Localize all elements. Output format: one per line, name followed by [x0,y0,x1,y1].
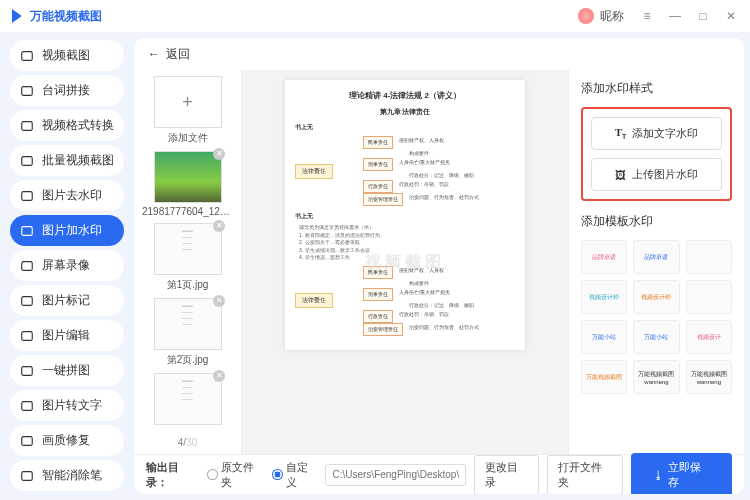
user-area[interactable]: 昵称 [578,8,624,25]
watermark-add-group: TT 添加文字水印 🖼 上传图片水印 [581,107,732,201]
menu-button[interactable]: ≡ [640,9,654,23]
open-folder-button[interactable]: 打开文件夹 [547,455,622,495]
thumbnail[interactable]: ═══─────────✕第2页.jpg [142,298,233,367]
tree-row: 行政处分：记过、降级、撤职 [363,301,479,310]
video-icon [20,49,34,63]
upload-image-watermark-button[interactable]: 🖼 上传图片水印 [591,158,722,191]
maximize-button[interactable]: □ [696,9,710,23]
tree-row: 治安管理责任治安问题、行为危害、处罚方式 [363,323,479,336]
sidebar-item-puzzle[interactable]: 一键拼图 [10,355,124,386]
sidebar-item-erase[interactable]: 智能消除笔 [10,460,124,491]
watermark-template[interactable]: 品牌承诺 [581,240,627,274]
avatar [578,8,594,24]
footer: 输出目录： 原文件夹 自定义 更改目录 打开文件夹 ⭳ 立即保存 [134,454,744,494]
svg-rect-11 [22,436,33,445]
sidebar-item-ocr[interactable]: 图片转文字 [10,390,124,421]
sidebar-item-label: 台词拼接 [42,82,90,99]
remove-wm-icon [20,189,34,203]
sidebar-item-label: 批量视频截图 [42,152,114,169]
svg-rect-0 [22,51,33,60]
svg-rect-1 [22,86,33,95]
thumbnail[interactable]: ═══─────────✕第1页.jpg [142,223,233,292]
watermark-template[interactable]: 品牌承诺 [633,240,679,274]
add-wm-icon [20,224,34,238]
user-label: 昵称 [600,8,624,25]
output-label: 输出目录： [146,460,199,490]
back-label[interactable]: 返回 [166,46,190,63]
watermark-template[interactable]: 万能小站 [581,320,627,354]
sidebar-item-label: 视频格式转换 [42,117,114,134]
watermark-template[interactable]: 视频设计师 [581,280,627,314]
merge-icon [20,84,34,98]
tree-row: 刑事责任人身伤亡/重大财产损失 [363,158,479,171]
sidebar-item-label: 视频截图 [42,47,90,64]
sidebar-item-convert[interactable]: 视频格式转换 [10,110,124,141]
watermark-template[interactable]: 万能小站 [633,320,679,354]
batch-icon [20,154,34,168]
thumb-label: 21981777604_12828333… [142,206,233,217]
doc-chapter: 第九章 法律责任 [295,107,515,117]
sidebar-item-label: 图片编辑 [42,327,90,344]
thumb-close-icon[interactable]: ✕ [213,370,225,382]
sidebar-item-label: 智能消除笔 [42,467,102,484]
watermark-template[interactable]: 万能视频截图 wanneng [633,360,679,394]
thumbnail[interactable]: ✕21981777604_12828333… [142,151,233,217]
save-button[interactable]: ⭳ 立即保存 [631,453,732,495]
radio-custom-folder[interactable]: 自定义 [272,460,318,490]
preview-area: 理论精讲 4-法律法规 2（讲义） 第九章 法律责任 书上无 法律责任 民事责任… [242,70,568,454]
add-file-label: 添加文件 [142,131,233,145]
watermark-template[interactable]: 万能视频截图 wanneng [686,360,732,394]
change-dir-button[interactable]: 更改目录 [474,455,539,495]
sidebar: 视频截图台词拼接视频格式转换批量视频截图图片去水印图片加水印屏幕录像图片标记图片… [0,32,134,500]
sidebar-item-video[interactable]: 视频截图 [10,40,124,71]
thumbnail-list: + 添加文件 ✕21981777604_12828333…═══────────… [134,70,242,454]
doc-title: 理论精讲 4-法律法规 2（讲义） [295,90,515,101]
add-file-tile[interactable]: + 添加文件 [142,76,233,145]
puzzle-icon [20,364,34,378]
mark-icon [20,294,34,308]
sidebar-item-mark[interactable]: 图片标记 [10,285,124,316]
download-icon: ⭳ [653,469,664,481]
watermark-template[interactable]: 视频设计 [686,320,732,354]
svg-rect-10 [22,401,33,410]
add-text-watermark-button[interactable]: TT 添加文字水印 [591,117,722,150]
sidebar-item-add-wm[interactable]: 图片加水印 [10,215,124,246]
tree-row: 行政责任行政处罚：吊销、罚款 [363,310,479,323]
watermark-template[interactable] [686,240,732,274]
app-logo: 万能视频截图 [12,8,102,25]
sidebar-item-remove-wm[interactable]: 图片去水印 [10,180,124,211]
thumb-close-icon[interactable]: ✕ [213,148,225,160]
sidebar-item-edit[interactable]: 图片编辑 [10,320,124,351]
thumbnail[interactable]: ═══─────────✕ [142,373,233,428]
radio-original-folder[interactable]: 原文件夹 [207,460,263,490]
thumb-label: 第2页.jpg [142,353,233,367]
minimize-button[interactable]: — [668,9,682,23]
preview-page: 理论精讲 4-法律法规 2（讲义） 第九章 法律责任 书上无 法律责任 民事责任… [285,80,525,350]
close-button[interactable]: ✕ [724,9,738,23]
thumb-label: 第1页.jpg [142,278,233,292]
watermark-template[interactable] [686,280,732,314]
output-path-input[interactable] [325,464,466,486]
watermark-template[interactable]: 万能视频截图 [581,360,627,394]
convert-icon [20,119,34,133]
tree-row: 行政责任行政处罚：吊销、罚款 [363,180,479,193]
back-icon[interactable]: ← [148,47,160,61]
ocr-icon [20,399,34,413]
logo-icon [12,9,26,23]
tree-row: 治安管理责任治安问题、行为危害、处罚方式 [363,193,479,206]
watermark-sample: 视频截图 [365,252,445,273]
sidebar-item-batch[interactable]: 批量视频截图 [10,145,124,176]
watermark-template[interactable]: 视频设计师 [633,280,679,314]
svg-rect-2 [22,121,33,130]
plus-icon: + [182,92,193,113]
titlebar: 万能视频截图 昵称 ≡ — □ ✕ [0,0,750,32]
sidebar-item-record[interactable]: 屏幕录像 [10,250,124,281]
repair-icon [20,434,34,448]
text-t-icon: TT [615,126,627,140]
tree-row: 构成要件 [363,149,479,158]
sidebar-item-repair[interactable]: 画质修复 [10,425,124,456]
svg-rect-7 [22,296,33,305]
thumb-close-icon[interactable]: ✕ [213,295,225,307]
thumb-close-icon[interactable]: ✕ [213,220,225,232]
sidebar-item-merge[interactable]: 台词拼接 [10,75,124,106]
